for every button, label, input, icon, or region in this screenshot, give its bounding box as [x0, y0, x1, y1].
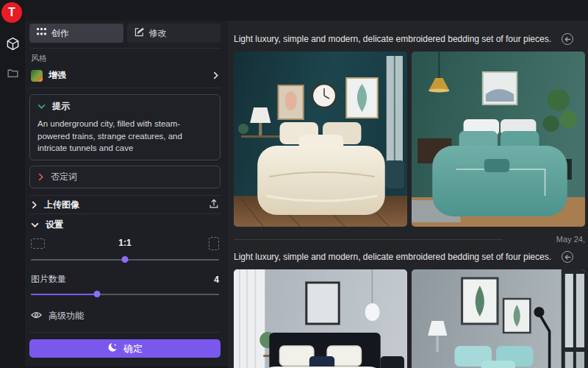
tab-create-label: 创作 — [51, 27, 69, 40]
edit-icon — [135, 27, 144, 39]
left-rail: T — [0, 0, 25, 368]
settings-section-header[interactable]: 设置 — [29, 214, 220, 235]
rail-item-generate[interactable] — [0, 32, 25, 54]
tab-modify-label: 修改 — [149, 27, 167, 40]
prompt-box[interactable]: 提示 An underground city, filled with stea… — [29, 94, 220, 160]
chevron-right-icon — [212, 71, 219, 79]
chevron-down-icon — [31, 222, 39, 228]
feed-date: May 24, — [556, 235, 585, 244]
feed-prompt-text: Light luxury, simple and modern, delicat… — [234, 252, 551, 262]
aspect-ratio-value: 1:1 — [29, 238, 220, 248]
settings-label: 设置 — [46, 219, 63, 231]
grid-icon — [37, 27, 46, 39]
style-selected-value: 增强 — [49, 69, 66, 82]
style-selector[interactable]: 增强 — [31, 69, 219, 82]
style-section: 风格 增强 — [29, 48, 220, 88]
generated-image[interactable] — [234, 52, 407, 227]
upload-image-label: 上传图像 — [44, 199, 79, 211]
folder-icon — [7, 67, 19, 79]
style-label: 风格 — [31, 53, 219, 64]
generation-form: 创作 修改 风格 增强 — [25, 21, 228, 367]
negative-prompt-box[interactable]: 否定词 — [29, 166, 220, 188]
chevron-down-icon — [37, 103, 46, 110]
image-count-value: 4 — [214, 275, 219, 285]
feed-date-row: May 24, — [234, 234, 585, 244]
negative-prompt-label: 否定词 — [51, 171, 77, 183]
advanced-features-label: 高级功能 — [49, 310, 84, 322]
generated-image[interactable] — [234, 269, 407, 368]
divider — [29, 332, 220, 333]
tab-create[interactable]: 创作 — [29, 24, 123, 43]
portrait-ratio-icon[interactable] — [209, 237, 219, 250]
image-count-slider-thumb[interactable] — [93, 291, 100, 297]
prompt-label: 提示 — [52, 100, 70, 113]
prompt-input[interactable]: An underground city, filled with steam-p… — [37, 118, 212, 155]
confirm-button-label: 确定 — [123, 342, 143, 355]
confirm-button[interactable]: 确定 — [29, 339, 220, 358]
aspect-ratio-row: 1:1 — [29, 236, 220, 251]
divider — [234, 239, 503, 240]
feed-prompt-row: Light luxury, simple and modern, delicat… — [234, 31, 585, 47]
image-count-row: 图片数量 4 — [29, 273, 220, 286]
tab-modify[interactable]: 修改 — [127, 24, 221, 43]
chevron-right-icon — [37, 173, 44, 181]
style-thumbnail — [31, 70, 43, 82]
reuse-prompt-icon[interactable] — [562, 251, 573, 263]
app-logo[interactable]: T — [1, 2, 22, 23]
feed-prompt-text: Light luxury, simple and modern, delicat… — [234, 34, 551, 44]
eye-icon — [31, 311, 42, 322]
mode-tabs: 创作 修改 — [29, 24, 220, 43]
moon-icon — [107, 342, 118, 355]
rail-item-files[interactable] — [0, 62, 25, 84]
app-window: T — [0, 0, 588, 368]
image-count-label: 图片数量 — [31, 273, 66, 286]
generated-image[interactable] — [412, 52, 585, 227]
aspect-ratio-slider-thumb[interactable] — [122, 256, 129, 263]
control-panel: 创作 修改 风格 增强 — [25, 21, 228, 368]
upload-image-row[interactable]: 上传图像 — [29, 195, 220, 214]
aspect-ratio-slider[interactable] — [31, 256, 219, 263]
image-count-slider[interactable] — [31, 291, 219, 298]
generated-image[interactable] — [412, 269, 585, 368]
upload-icon[interactable] — [209, 199, 219, 211]
cube-icon — [6, 37, 20, 51]
image-grid-row-1 — [234, 52, 585, 227]
reuse-prompt-icon[interactable] — [562, 33, 573, 45]
image-grid-row-2 — [234, 269, 585, 368]
chevron-right-icon — [31, 201, 37, 209]
advanced-features-toggle[interactable]: 高级功能 — [29, 310, 220, 322]
generation-feed: Light luxury, simple and modern, delicat… — [228, 21, 588, 368]
feed-prompt-row: Light luxury, simple and modern, delicat… — [234, 249, 585, 265]
